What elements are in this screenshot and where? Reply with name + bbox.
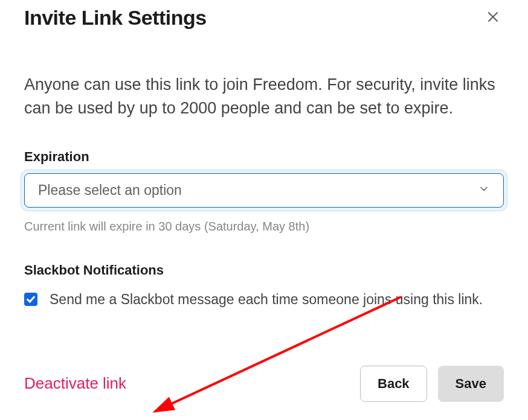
chevron-down-icon — [478, 182, 490, 199]
expiration-select-value: Please select an option — [38, 182, 182, 199]
notifications-label: Slackbot Notifications — [24, 262, 504, 278]
save-button[interactable]: Save — [438, 366, 504, 402]
close-button[interactable] — [482, 6, 504, 28]
expiration-helper-text: Current link will expire in 30 days (Sat… — [24, 220, 504, 234]
close-icon — [486, 10, 500, 24]
slackbot-notify-checkbox[interactable] — [24, 293, 37, 306]
expiration-select[interactable]: Please select an option — [24, 173, 504, 208]
slackbot-notify-label: Send me a Slackbot message each time som… — [50, 289, 483, 310]
modal-description: Anyone can use this link to join Freedom… — [24, 73, 504, 120]
modal-title: Invite Link Settings — [24, 6, 207, 30]
deactivate-link-button[interactable]: Deactivate link — [24, 374, 126, 393]
back-button[interactable]: Back — [360, 366, 427, 402]
expiration-label: Expiration — [24, 149, 504, 165]
